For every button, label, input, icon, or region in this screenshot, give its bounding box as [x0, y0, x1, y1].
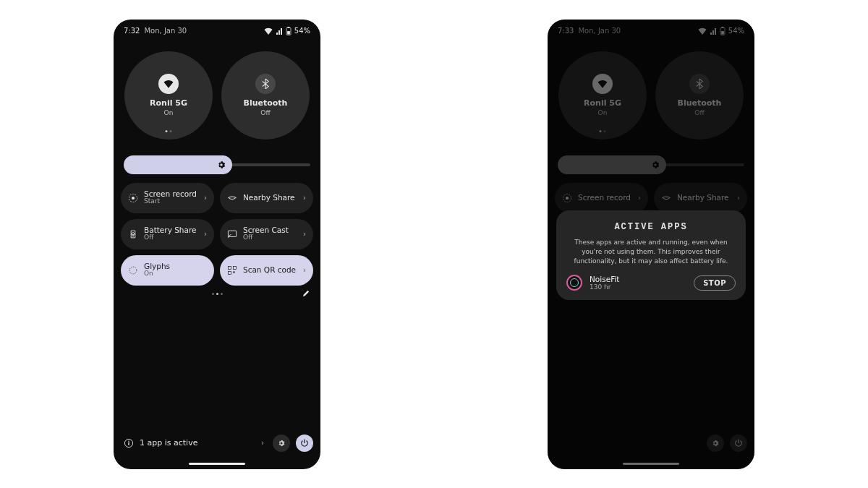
- dialog-title: ACTIVE APPS: [566, 222, 736, 232]
- settings-button[interactable]: [707, 435, 724, 452]
- wifi-tile-label: Ronil 5G: [584, 98, 621, 108]
- bluetooth-tile[interactable]: Bluetooth Off: [655, 51, 744, 140]
- tile-state: Start: [144, 198, 197, 205]
- chevron-right-icon: ›: [303, 266, 306, 274]
- battery-text: 54%: [728, 27, 744, 35]
- edit-button[interactable]: [302, 289, 310, 298]
- svg-point-4: [132, 196, 135, 199]
- tile-label: Nearby Share: [677, 194, 729, 202]
- wifi-tile-label: Ronil 5G: [150, 98, 187, 108]
- chevron-right-icon: ›: [638, 194, 641, 202]
- wifi-tile-state: On: [598, 109, 608, 116]
- status-time: 7:33: [558, 27, 574, 35]
- svg-point-12: [128, 440, 129, 441]
- active-apps-bar[interactable]: 1 app is active ›: [121, 438, 267, 448]
- status-time: 7:32: [124, 27, 140, 35]
- wifi-icon: [592, 74, 613, 94]
- bluetooth-icon: [255, 74, 276, 94]
- nav-pill[interactable]: [189, 463, 245, 465]
- brightness-slider[interactable]: [124, 155, 310, 174]
- scan-qr-tile[interactable]: Scan QR code ›: [220, 255, 313, 286]
- status-bar: 7:32 Mon, Jan 30 54%: [114, 20, 320, 38]
- nav-pill[interactable]: [623, 463, 679, 465]
- svg-rect-15: [721, 27, 723, 28]
- bottom-bar: [555, 435, 747, 452]
- svg-point-6: [129, 267, 137, 274]
- noisefit-app-icon: [566, 275, 582, 291]
- svg-rect-10: [233, 271, 234, 273]
- svg-rect-7: [228, 266, 231, 269]
- record-icon: [128, 193, 138, 203]
- quick-setting-big-row: Ronil 5G On Bluetooth Off: [548, 38, 754, 145]
- glyphs-icon: [128, 265, 138, 275]
- wifi-tile-state: On: [164, 109, 174, 116]
- battery-share-tile[interactable]: Battery ShareOff ›: [121, 219, 214, 249]
- battery-icon: [286, 27, 292, 35]
- bluetooth-tile-state: Off: [260, 109, 270, 116]
- phone-screenshot-right: 7:33 Mon, Jan 30 54% Ronil 5G On: [548, 20, 754, 469]
- active-apps-dialog: ACTIVE APPS These apps are active and ru…: [556, 210, 746, 301]
- battery-text: 54%: [294, 27, 310, 35]
- screen-record-tile[interactable]: Screen recordStart ›: [121, 183, 214, 213]
- screen-record-tile[interactable]: Screen record ›: [555, 183, 648, 213]
- power-button[interactable]: [296, 435, 313, 452]
- bluetooth-tile-label: Bluetooth: [678, 98, 722, 108]
- svg-rect-2: [287, 31, 290, 35]
- nearby-share-tile[interactable]: Nearby Share ›: [654, 183, 747, 213]
- wifi-tile[interactable]: Ronil 5G On: [558, 51, 647, 140]
- svg-rect-13: [128, 442, 129, 445]
- nearby-share-icon: [227, 193, 237, 203]
- chevron-right-icon: ›: [261, 439, 264, 447]
- status-date: Mon, Jan 30: [578, 27, 621, 35]
- stop-button[interactable]: STOP: [694, 275, 736, 291]
- page-dots: [212, 293, 223, 295]
- brightness-icon: [650, 160, 660, 170]
- screen-cast-tile[interactable]: Screen CastOff ›: [220, 219, 313, 249]
- chevron-right-icon: ›: [204, 194, 207, 202]
- quick-setting-grid: Screen recordStart › Nearby Share › Batt…: [114, 180, 320, 288]
- svg-rect-8: [233, 266, 236, 269]
- svg-rect-1: [287, 27, 289, 28]
- brightness-icon: [216, 160, 226, 170]
- power-button[interactable]: [730, 435, 747, 452]
- wifi-tile[interactable]: Ronil 5G On: [124, 51, 213, 140]
- signal-icon: [710, 27, 717, 35]
- signal-icon: [276, 27, 283, 35]
- tile-label: Screen record: [578, 194, 631, 202]
- svg-rect-9: [228, 271, 231, 274]
- status-date: Mon, Jan 30: [144, 27, 187, 35]
- app-name: NoiseFit: [590, 275, 619, 284]
- bluetooth-tile-state: Off: [694, 109, 704, 116]
- tile-label: Scan QR code: [243, 266, 296, 275]
- bluetooth-tile-label: Bluetooth: [244, 98, 288, 108]
- tile-state: Off: [144, 234, 197, 241]
- active-app-row: NoiseFit 130 hr STOP: [566, 275, 736, 291]
- qr-icon: [227, 265, 237, 275]
- chevron-right-icon: ›: [204, 230, 207, 238]
- nearby-share-icon: [661, 193, 671, 203]
- brightness-slider[interactable]: [558, 155, 744, 174]
- tile-label: Nearby Share: [243, 194, 295, 202]
- svg-rect-16: [721, 31, 724, 35]
- settings-button[interactable]: [273, 435, 290, 452]
- tile-state: Off: [243, 234, 289, 241]
- wifi-icon: [264, 27, 273, 35]
- app-runtime: 130 hr: [590, 283, 619, 291]
- svg-point-18: [566, 196, 569, 199]
- bluetooth-tile[interactable]: Bluetooth Off: [221, 51, 310, 140]
- wifi-icon: [158, 74, 179, 94]
- tile-state: On: [144, 270, 170, 278]
- dialog-body: These apps are active and running, even …: [566, 238, 736, 266]
- chevron-right-icon: ›: [737, 194, 740, 202]
- bluetooth-icon: [689, 74, 710, 94]
- nearby-share-tile[interactable]: Nearby Share ›: [220, 183, 313, 213]
- glyphs-tile[interactable]: GlyphsOn: [121, 255, 214, 286]
- chevron-right-icon: ›: [303, 194, 306, 202]
- info-icon: [124, 438, 134, 448]
- wifi-icon: [698, 27, 707, 35]
- quick-setting-big-row: Ronil 5G On Bluetooth Off: [114, 38, 320, 145]
- battery-icon: [720, 27, 726, 35]
- active-apps-text: 1 app is active: [140, 438, 197, 448]
- record-icon: [562, 193, 572, 203]
- tile-pager-dots: [166, 130, 172, 132]
